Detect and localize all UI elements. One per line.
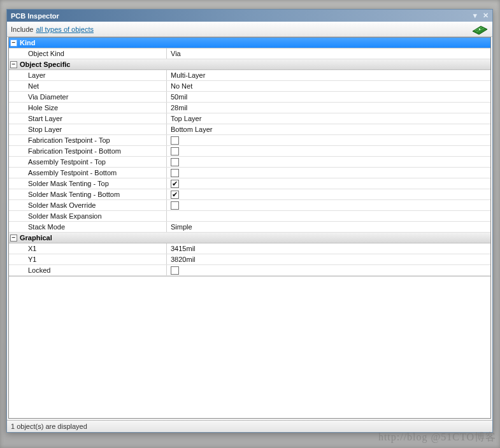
- property-label: Solder Mask Override: [9, 200, 167, 210]
- property-row[interactable]: Solder Mask Override: [9, 200, 490, 211]
- property-value[interactable]: [167, 200, 490, 210]
- property-label: Y1: [9, 254, 167, 264]
- section-header-graphical[interactable]: − Graphical: [9, 233, 490, 243]
- property-label: Assembly Testpoint - Top: [9, 157, 167, 167]
- close-icon[interactable]: ✕: [481, 11, 490, 20]
- svg-point-3: [479, 28, 480, 29]
- property-value[interactable]: [167, 157, 490, 167]
- property-label: Fabrication Testpoint - Top: [9, 135, 167, 145]
- property-value[interactable]: [167, 168, 490, 178]
- property-row[interactable]: Fabrication Testpoint - Bottom: [9, 146, 490, 157]
- property-label: Start Layer: [9, 113, 167, 124]
- include-bar: Include all types of objects: [7, 22, 492, 37]
- include-label: Include: [11, 25, 33, 33]
- property-label: Locked: [9, 265, 167, 275]
- property-value[interactable]: Via: [167, 48, 490, 59]
- property-row[interactable]: Via Diameter50mil: [9, 92, 490, 103]
- checkbox[interactable]: ✔: [171, 180, 179, 188]
- dropdown-icon[interactable]: ▾: [471, 11, 480, 20]
- titlebar[interactable]: PCB Inspector ▾ ✕: [7, 10, 492, 22]
- property-value[interactable]: ✔: [167, 178, 490, 189]
- property-value[interactable]: 3820mil: [167, 254, 490, 264]
- property-row[interactable]: Locked: [9, 265, 490, 276]
- property-label: Fabrication Testpoint - Bottom: [9, 146, 167, 156]
- property-row[interactable]: Assembly Testpoint - Top: [9, 157, 490, 168]
- checkbox[interactable]: ✔: [171, 191, 179, 199]
- checkbox[interactable]: [171, 136, 179, 145]
- property-row[interactable]: Start LayerTop Layer: [9, 113, 490, 124]
- property-value[interactable]: 50mil: [167, 92, 490, 102]
- property-value[interactable]: Bottom Layer: [167, 124, 490, 134]
- property-value[interactable]: No Net: [167, 81, 490, 91]
- property-row[interactable]: Solder Mask Tenting - Top✔: [9, 178, 490, 189]
- property-value[interactable]: [167, 146, 490, 156]
- property-label: Stack Mode: [9, 222, 167, 232]
- checkbox[interactable]: [171, 201, 179, 210]
- property-label: Via Diameter: [9, 92, 167, 102]
- property-grid[interactable]: − Kind Object KindVia − Object Specific …: [8, 37, 491, 419]
- checkbox[interactable]: [171, 266, 179, 275]
- property-value[interactable]: [167, 211, 490, 221]
- property-value[interactable]: [167, 265, 490, 275]
- grid-empty-area: [9, 276, 490, 418]
- property-row[interactable]: NetNo Net: [9, 81, 490, 92]
- property-row[interactable]: Assembly Testpoint - Bottom: [9, 168, 490, 178]
- property-row[interactable]: Stack ModeSimple: [9, 222, 490, 233]
- property-label: Assembly Testpoint - Bottom: [9, 168, 167, 178]
- property-row[interactable]: Stop LayerBottom Layer: [9, 124, 490, 135]
- property-row[interactable]: Solder Mask Expansion: [9, 211, 490, 222]
- section-title: Kind: [20, 39, 35, 47]
- section-header-object-specific[interactable]: − Object Specific: [9, 59, 490, 70]
- panel-title: PCB Inspector: [11, 12, 469, 20]
- property-row[interactable]: Solder Mask Tenting - Bottom✔: [9, 189, 490, 200]
- section-header-kind[interactable]: − Kind: [9, 38, 490, 48]
- property-row[interactable]: Fabrication Testpoint - Top: [9, 135, 490, 146]
- collapse-icon[interactable]: −: [10, 61, 17, 68]
- property-label: Solder Mask Tenting - Top: [9, 178, 167, 189]
- pcb-board-icon: [471, 24, 489, 35]
- property-value[interactable]: ✔: [167, 189, 490, 199]
- statusbar: 1 object(s) are displayed: [7, 420, 492, 432]
- property-label: Solder Mask Tenting - Bottom: [9, 189, 167, 199]
- property-value[interactable]: Top Layer: [167, 113, 490, 124]
- property-label: X1: [9, 243, 167, 254]
- checkbox[interactable]: [171, 169, 179, 177]
- property-row[interactable]: X13415mil: [9, 243, 490, 254]
- property-row[interactable]: Y13820mil: [9, 254, 490, 265]
- collapse-icon[interactable]: −: [10, 235, 17, 242]
- checkbox[interactable]: [171, 158, 179, 166]
- status-text: 1 object(s) are displayed: [11, 423, 87, 430]
- pcb-inspector-panel: PCB Inspector ▾ ✕ Include all types of o…: [6, 9, 493, 433]
- property-value[interactable]: 3415mil: [167, 243, 490, 254]
- collapse-icon[interactable]: −: [10, 40, 17, 47]
- checkbox[interactable]: [171, 147, 179, 155]
- property-label: Net: [9, 81, 167, 91]
- property-value[interactable]: Multi-Layer: [167, 70, 490, 80]
- property-row[interactable]: Hole Size28mil: [9, 103, 490, 113]
- property-label: Object Kind: [9, 48, 167, 59]
- include-link[interactable]: all types of objects: [36, 25, 94, 33]
- property-row[interactable]: Object KindVia: [9, 48, 490, 59]
- section-title: Graphical: [20, 234, 52, 242]
- property-row[interactable]: LayerMulti-Layer: [9, 70, 490, 81]
- property-label: Solder Mask Expansion: [9, 211, 167, 221]
- section-title: Object Specific: [20, 61, 70, 68]
- property-value[interactable]: Simple: [167, 222, 490, 232]
- property-value[interactable]: [167, 135, 490, 145]
- property-label: Hole Size: [9, 103, 167, 113]
- property-label: Layer: [9, 70, 167, 80]
- property-value[interactable]: 28mil: [167, 103, 490, 113]
- property-label: Stop Layer: [9, 124, 167, 134]
